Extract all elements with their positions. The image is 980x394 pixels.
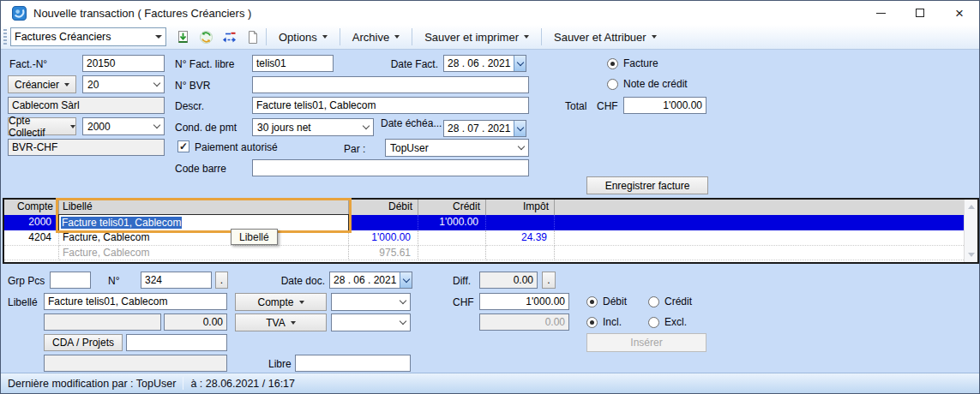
calendar-dropdown-button[interactable] [514, 56, 526, 71]
entry-libelle-field[interactable]: Facture telis01, Cablecom [44, 293, 227, 310]
cpte-collectif-combobox[interactable]: 2000 [82, 117, 165, 135]
maximize-button[interactable] [900, 1, 940, 25]
total-field[interactable]: 1'000.00 [623, 97, 706, 114]
compte-combobox[interactable] [331, 293, 411, 311]
table-header-row: Compte Libellé Débit Crédit Impôt [4, 200, 977, 215]
header-libelle[interactable]: Libellé [59, 200, 349, 215]
adjust-columns-button[interactable] [219, 27, 238, 46]
date-echeance-label: Date échéa... [381, 117, 442, 129]
scroll-up-icon [968, 205, 975, 209]
inserer-button[interactable]: Insérer [586, 333, 706, 352]
tva-combobox[interactable] [331, 313, 411, 331]
cda-projets-field[interactable] [126, 334, 227, 351]
diff-dot-button[interactable]: . [542, 272, 556, 289]
fact-no-field[interactable]: 20150 [82, 55, 165, 72]
menu-options[interactable]: Options [271, 27, 335, 47]
creancier-name-field: Cablecom Sàrl [8, 97, 165, 114]
calendar-dropdown-button[interactable] [514, 121, 526, 136]
fact-libre-field[interactable]: telis01 [252, 55, 334, 72]
menu-sauver-attribuer[interactable]: Sauver et Attribuer [546, 27, 664, 47]
header-impot[interactable]: Impôt [486, 200, 555, 215]
menu-sauver-imprimer[interactable]: Sauver et imprimer [417, 27, 537, 47]
radio-unselected-icon [607, 79, 618, 90]
refresh-icon [199, 30, 213, 45]
bvr-field[interactable] [252, 76, 529, 93]
piece-no-label: N° [108, 275, 119, 287]
total-currency-label: CHF [597, 100, 618, 112]
date-echeance-picker[interactable]: 28 . 07 . 2021 [443, 120, 526, 137]
code-barre-field[interactable] [252, 159, 529, 176]
import-document-button[interactable] [173, 27, 192, 46]
fact-no-label: Fact.-N° [9, 58, 47, 70]
radio-note-credit[interactable]: Note de crédit [607, 78, 688, 90]
par-combobox[interactable]: TopUser [385, 139, 529, 157]
descr-label: Descr. [175, 100, 204, 112]
radio-selected-icon [586, 317, 598, 328]
calendar-dropdown-button[interactable] [400, 272, 412, 288]
libelle-cell-editor[interactable]: Facture telis01, Cablecom [58, 214, 349, 231]
code-barre-label: Code barre [175, 163, 226, 175]
header-credit[interactable]: Crédit [418, 200, 486, 215]
radio-debit[interactable]: Débit [586, 296, 627, 307]
cond-pmt-label: Cond. de pmt [175, 122, 237, 134]
app-window: Nouvelle transaction ( Factures Créancie… [0, 0, 980, 394]
fact-libre-label: N° Fact. libre [175, 58, 234, 70]
status-timestamp: à : 28.06.2021 / 16:17 [190, 378, 295, 390]
cda-projets-button[interactable]: CDA / Projets [44, 334, 123, 351]
grp-pcs-field[interactable] [50, 272, 91, 289]
chevron-down-icon [70, 125, 75, 128]
view-selector-value: Factures Créanciers [15, 31, 155, 43]
table-row-preview[interactable]: Facture, Cablecom 975.61 [4, 246, 977, 260]
libelle-tooltip: Libellé [231, 229, 278, 245]
app-icon [12, 6, 27, 21]
bvr-label: N° BVR [175, 80, 210, 92]
new-document-icon [245, 30, 260, 45]
header-compte[interactable]: Compte [4, 200, 59, 215]
cpte-collectif-name-field: BVR-CHF [8, 139, 165, 156]
grp-pcs-label: Grp Pcs [8, 275, 45, 287]
radio-excl[interactable]: Excl. [648, 316, 687, 328]
radio-selected-icon [586, 296, 598, 307]
table-scrollbar[interactable] [964, 200, 977, 262]
chevron-down-icon [402, 276, 409, 283]
piece-no-field[interactable]: 324 [141, 272, 212, 289]
date-doc-label: Date doc. [272, 275, 325, 287]
minimize-icon [876, 13, 886, 14]
chevron-down-icon [652, 35, 657, 39]
chevron-down-icon [394, 35, 400, 39]
menu-archive[interactable]: Archive [345, 27, 407, 47]
chevron-down-icon [363, 122, 370, 129]
radio-unselected-icon [648, 317, 659, 328]
cond-pmt-combobox[interactable]: 30 jours net [252, 118, 374, 136]
libre-field[interactable] [295, 355, 411, 372]
toolbar-grip[interactable] [3, 29, 7, 45]
date-doc-picker[interactable]: 28 . 06 . 2021 [329, 272, 412, 289]
refresh-button[interactable] [196, 27, 215, 46]
minimize-button[interactable] [861, 1, 900, 25]
tva-button[interactable]: TVA [235, 313, 327, 331]
entry-chf-field[interactable]: 1'000.00 [479, 293, 569, 310]
radio-facture[interactable]: Facture [607, 57, 658, 69]
table-row[interactable]: 4204 Facture, Cablecom 1'000.00 24.39 [4, 230, 977, 246]
header-debit[interactable]: Débit [349, 200, 418, 215]
status-last-modified: Dernière modification par : TopUser [8, 378, 176, 390]
compte-button[interactable]: Compte [235, 293, 327, 311]
toolbar-separator [412, 28, 412, 45]
main-content: Fact.-N° 20150 N° Fact. libre telis01 Da… [1, 50, 979, 373]
entry-chf-label: CHF [453, 296, 474, 308]
entry-libelle-label: Libellé [8, 296, 38, 308]
view-selector-combobox[interactable]: Factures Créanciers [10, 27, 166, 46]
close-button[interactable]: × [940, 1, 979, 25]
piece-no-dot-button[interactable]: . [215, 272, 228, 289]
radio-credit[interactable]: Crédit [648, 296, 692, 307]
paiement-autorise-checkbox[interactable]: ✓ [177, 140, 189, 152]
date-fact-picker[interactable]: 28 . 06 . 2021 [443, 55, 526, 72]
new-document-button[interactable] [243, 27, 262, 46]
title-bar: Nouvelle transaction ( Factures Créancie… [1, 1, 979, 25]
creancier-combobox[interactable]: 20 [82, 75, 165, 93]
enregistrer-facture-button[interactable]: Enregistrer facture [586, 176, 708, 194]
creancier-button[interactable]: Créancier [8, 75, 76, 93]
radio-incl[interactable]: Incl. [586, 316, 622, 328]
descr-field[interactable]: Facture telis01, Cablecom [252, 97, 529, 114]
cpte-collectif-button[interactable]: Cpte Collectif [8, 117, 76, 135]
